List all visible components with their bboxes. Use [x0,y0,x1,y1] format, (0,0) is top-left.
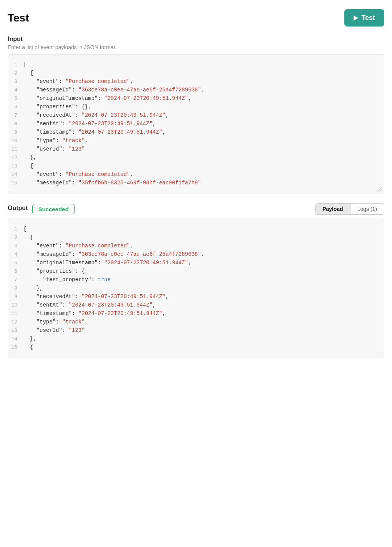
line-content: "receivedAt": "2024-07-23T20:49:51.944Z"… [23,293,378,300]
line-number: 12 [8,155,23,161]
line-number: 14 [8,336,23,342]
table-row: 10 "sentAt": "2024-07-23T20:49:51.944Z", [8,301,384,310]
table-row: 11 "timestamp": "2024-07-23T20:49:51.944… [8,310,384,318]
page-title: Test [8,12,29,24]
line-number: 13 [8,328,23,333]
table-row: 10 "type": "track", [8,137,384,145]
line-number: 9 [8,294,23,300]
line-number: 8 [8,121,23,127]
line-number: 1 [8,62,23,68]
table-row: 2 { [8,234,384,242]
line-number: 11 [8,146,23,152]
table-row: 14 }, [8,335,384,343]
table-row: 5 "originalTimestamp": "2024-07-23T20:49… [8,94,384,103]
line-content: "timestamp": "2024-07-23T20:49:51.944Z", [23,310,378,317]
output-tab[interactable]: Logs (1) [350,204,384,214]
line-content: { [23,70,378,76]
line-number: 2 [8,235,23,240]
line-content: "properties": { [23,268,378,274]
line-number: 14 [8,172,23,177]
table-row: 12 }, [8,154,384,162]
table-row: 13 "userId": "123" [8,327,384,335]
status-badge: Succeeded [32,204,74,214]
table-row: 6 "properties": { [8,267,384,276]
line-content: "originalTimestamp": "2024-07-23T20:49:5… [23,260,378,266]
table-row: 14 "event": "Purchase completed", [8,171,384,179]
line-number: 10 [8,138,23,144]
table-row: 5 "originalTimestamp": "2024-07-23T20:49… [8,259,384,267]
table-row: 7 "test_property": true [8,276,384,284]
line-number: 13 [8,163,23,169]
table-row: 15 "messageId": "35fcfh6h-8325-469f-98hf… [8,179,384,187]
table-row: 2 { [8,69,384,78]
line-number: 6 [8,269,23,274]
line-content: "type": "track", [23,319,378,325]
output-left: Output Succeeded [8,204,75,214]
test-button-label: Test [361,14,375,22]
line-content: }, [23,285,378,291]
line-number: 3 [8,79,23,85]
output-label: Output [8,205,28,212]
line-number: 5 [8,96,23,101]
line-content: "event": "Purchase completed", [23,78,378,85]
page-header: Test Test [8,9,384,27]
line-content: "type": "track", [23,138,378,144]
line-content: "userId": "123" [23,327,378,333]
table-row: 9 "timestamp": "2024-07-23T20:49:51.944Z… [8,128,384,137]
line-content: "event": "Purchase completed", [23,171,378,177]
line-content: "properties": {}, [23,104,378,110]
input-label: Input [8,36,384,43]
line-number: 2 [8,70,23,76]
line-content: "sentAt": "2024-07-23T20:49:51.944Z", [23,302,378,308]
line-content: "timestamp": "2024-07-23T20:49:51.944Z", [23,129,378,135]
table-row: 4 "messageId": "363ce78a-c0ee-47ae-ae6f-… [8,86,384,94]
line-number: 1 [8,226,23,232]
line-content: "userId": "123" [23,146,378,152]
line-number: 4 [8,252,23,257]
output-header: Output Succeeded PayloadLogs (1) [8,203,384,215]
table-row: 3 "event": "Purchase completed", [8,242,384,250]
table-row: 15 { [8,343,384,352]
line-content: [ [23,226,378,232]
input-code-block[interactable]: 1[2 {3 "event": "Purchase completed",4 "… [8,54,384,194]
output-tab[interactable]: Payload [316,204,350,214]
line-content: "messageId": "363ce78a-c0ee-47ae-ae6f-25… [23,251,378,257]
line-content: "test_property": true [23,277,378,283]
table-row: 9 "receivedAt": "2024-07-23T20:49:51.944… [8,293,384,301]
line-number: 5 [8,260,23,266]
table-row: 8 }, [8,284,384,293]
line-number: 11 [8,311,23,317]
table-row: 1[ [8,225,384,234]
line-number: 7 [8,113,23,118]
line-content: { [23,234,378,240]
output-tabs: PayloadLogs (1) [315,203,384,215]
resize-handle[interactable] [377,187,382,192]
line-number: 15 [8,345,23,350]
line-number: 10 [8,302,23,308]
line-content: }, [23,154,378,161]
line-number: 12 [8,319,23,325]
table-row: 6 "properties": {}, [8,103,384,111]
line-content: [ [23,61,378,68]
line-content: "messageId": "35fcfh6h-8325-469f-98hf-ea… [23,180,378,186]
table-row: 13 { [8,162,384,171]
line-content: "sentAt": "2024-07-23T20:49:51.944Z", [23,121,378,127]
line-number: 4 [8,87,23,93]
line-number: 3 [8,243,23,249]
test-button[interactable]: Test [344,9,384,27]
line-content: }, [23,336,378,342]
line-content: "receivedAt": "2024-07-23T20:49:51.944Z"… [23,112,378,118]
table-row: 11 "userId": "123" [8,145,384,154]
line-number: 15 [8,180,23,186]
output-code-block: 1[2 {3 "event": "Purchase completed",4 "… [8,219,384,358]
table-row: 8 "sentAt": "2024-07-23T20:49:51.944Z", [8,120,384,128]
table-row: 1[ [8,61,384,69]
line-number: 9 [8,129,23,135]
line-number: 6 [8,104,23,110]
line-content: "event": "Purchase completed", [23,243,378,249]
play-icon [354,15,358,21]
line-content: "originalTimestamp": "2024-07-23T20:49:5… [23,95,378,101]
table-row: 3 "event": "Purchase completed", [8,78,384,86]
table-row: 4 "messageId": "363ce78a-c0ee-47ae-ae6f-… [8,250,384,259]
table-row: 7 "receivedAt": "2024-07-23T20:49:51.944… [8,111,384,120]
